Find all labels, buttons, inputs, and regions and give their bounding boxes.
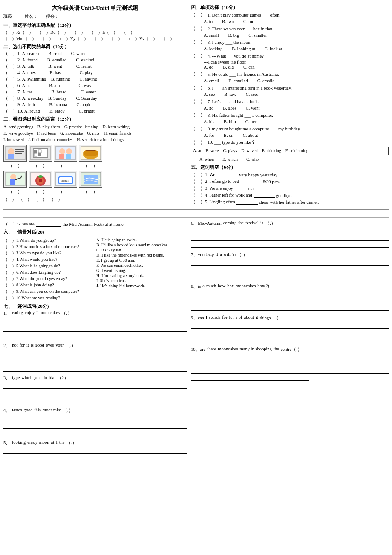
svg-rect-2 <box>8 154 14 159</box>
da-d: D. I like the mooncakes with red beans. <box>96 253 187 257</box>
write-line-1a[interactable] <box>3 317 187 324</box>
dq-2: （ ）2.How much is a box of mooncakes? <box>3 244 94 250</box>
r-write-9c[interactable] <box>191 336 389 342</box>
s2-row5: （ ）5. A. swimming B. running C. having <box>3 76 187 82</box>
reorder-4: 4、 tastes good this mooncake （.） <box>3 408 187 436</box>
extra-blank-row: （ ） （ ） （ ） （ ） <box>3 197 187 202</box>
write-line-3a[interactable] <box>3 382 187 389</box>
img-item-7: @email （ ） <box>54 171 77 195</box>
da-c: C. It's 50 yuan. <box>96 248 187 252</box>
mc-row-4: （ ） 4. ---What___ you do at home? <box>191 53 389 59</box>
write-line-1c[interactable] <box>3 332 187 339</box>
s2-row3: （ ）3. A. talk B. went C. learnt <box>3 64 187 69</box>
da-a: A. He is going to swim. <box>96 237 187 242</box>
right-prompt-8: 8、is a much how box mooncakes box(?) <box>191 283 389 289</box>
img-blank-3: （ ） <box>58 162 72 169</box>
mc-row-10: （ ） 10. ___ type do you like？ <box>191 139 389 145</box>
page-divider <box>3 209 389 210</box>
image-2 <box>29 145 52 162</box>
r-write-9a[interactable] <box>191 323 389 329</box>
mc-extra-options: A. at B. were C. plays D. waved E. drink… <box>191 147 389 155</box>
fill5-blank5[interactable] <box>236 199 258 205</box>
fill5-row4: （ ）4. Father left for work and goodbye. <box>191 192 389 198</box>
svg-rect-12 <box>56 146 75 160</box>
mc-paren-4: （ ） <box>191 53 205 59</box>
bottom-blank-5[interactable] <box>36 222 61 227</box>
mc-paren-8: （ ） <box>191 112 205 118</box>
dq-10: （ ）10.What are you reading? <box>3 295 94 301</box>
write-line-3c[interactable] <box>3 397 187 404</box>
r-write-7b[interactable] <box>191 266 389 272</box>
mc-num-10: 10. ___ type do you like？ <box>208 139 256 145</box>
write-line-5a[interactable] <box>3 447 187 454</box>
r-write-10d[interactable] <box>191 375 309 381</box>
mc-row-7: （ ） 7. Let's ___ and have a look. <box>191 98 389 104</box>
image-6 <box>29 171 52 188</box>
da-f: F. We can email each other. <box>96 263 187 268</box>
r-write-6b[interactable] <box>191 235 389 241</box>
section7-header: 七、 连词成句(20分) <box>3 303 187 309</box>
image-5 <box>3 171 27 188</box>
svg-rect-4 <box>15 151 24 152</box>
right-reorder-9: 9、can I search for lot a of about it thi… <box>191 315 389 342</box>
right-write-9 <box>191 323 389 342</box>
r-write-7c[interactable] <box>191 273 389 279</box>
dq-5: （ ）5.What is he going to do? <box>3 263 94 269</box>
r-write-10a[interactable] <box>191 354 389 360</box>
img-blank-5: （ ） <box>8 188 22 195</box>
right-reorder-10: 10、are there mooncakes many in shopping … <box>191 347 389 381</box>
svg-point-22 <box>10 174 16 180</box>
section2-items: （ ）1. A. search B. send C. world （ ）2. A… <box>3 51 187 114</box>
mc-num-3: 3. I enjoy ___ the moon. <box>208 40 251 45</box>
image-3 <box>54 145 77 162</box>
write-line-2b[interactable] <box>3 357 187 364</box>
write-line-4c[interactable] <box>3 430 187 436</box>
reorder-prompt-5: 5、 looking enjoy moon at I the （.） <box>3 440 187 446</box>
fill5-blank3[interactable] <box>234 186 247 191</box>
write-line-2a[interactable] <box>3 350 187 356</box>
s2-row1: （ ）1. A. search B. send C. world <box>3 51 187 57</box>
blank-label-d: （ ） <box>49 197 62 202</box>
write-line-3b[interactable] <box>3 390 187 396</box>
r-write-6a[interactable] <box>191 228 389 234</box>
r-write-7a[interactable] <box>191 260 389 266</box>
r-write-8a[interactable] <box>191 291 389 297</box>
fill5-blank1[interactable] <box>216 172 238 177</box>
mc-row-1: （ ） 1. Don't play computer games ___ oft… <box>191 12 389 18</box>
match-row3: I. lotus seed J. find out about countrie… <box>3 137 187 143</box>
img-item-2: （ ） <box>29 145 52 169</box>
images-bottom-row: （ ） （ ） <box>3 171 187 195</box>
image-4 <box>79 145 102 162</box>
write-line-5b[interactable] <box>3 454 187 461</box>
dq-1: （ ）1.When do you get up? <box>3 237 94 243</box>
r-write-10c[interactable] <box>191 368 389 374</box>
right-reorder-8: 8、is a much how box mooncakes box(?) <box>191 283 389 311</box>
mc-paren-2: （ ） <box>191 26 205 32</box>
r-write-8b[interactable] <box>191 298 389 304</box>
image-7: @email <box>54 171 77 188</box>
svg-point-29 <box>39 179 42 182</box>
right-write-8 <box>191 291 389 311</box>
r-write-9b[interactable] <box>191 330 389 335</box>
r-write-10b[interactable] <box>191 361 389 367</box>
bottom-left-column: （ ）5. We are the Mid-Autumn Festival at … <box>3 220 187 465</box>
r-write-6c[interactable] <box>191 242 389 248</box>
write-line-4a[interactable] <box>3 414 187 421</box>
match-area: A. send greetings B. play chess C. pract… <box>3 124 187 143</box>
write-line-1b[interactable] <box>3 325 187 332</box>
write-area-4 <box>3 414 187 436</box>
match-row1: A. send greetings B. play chess C. pract… <box>3 124 187 130</box>
section5-area: 五、选词填空（6分） （ ）1. We very happy yesterday… <box>191 164 389 205</box>
write-line-2c[interactable] <box>3 365 187 372</box>
r-write-8c[interactable] <box>191 305 389 311</box>
left-column: 六年级英语 Unit3-Unit4 单元测试题 班级： 姓名： 得分： 一、重选… <box>3 4 187 206</box>
fill5-blank2[interactable] <box>240 179 262 184</box>
svg-rect-3 <box>15 149 24 150</box>
bottom-fill-5: （ ）5. We are the Mid-Autumn Festival at … <box>3 221 187 227</box>
fill5-blank4[interactable] <box>254 193 275 198</box>
dq-3: （ ）3.Which type do you like? <box>3 250 94 256</box>
write-line-4b[interactable] <box>3 422 187 429</box>
page-title: 六年级英语 Unit3-Unit4 单元测试题 <box>3 4 187 12</box>
da-e: E. I get up at 6:30 a.m. <box>96 258 187 263</box>
mc-row-8: （ ） 8. His father bought ___ a computer. <box>191 112 389 118</box>
